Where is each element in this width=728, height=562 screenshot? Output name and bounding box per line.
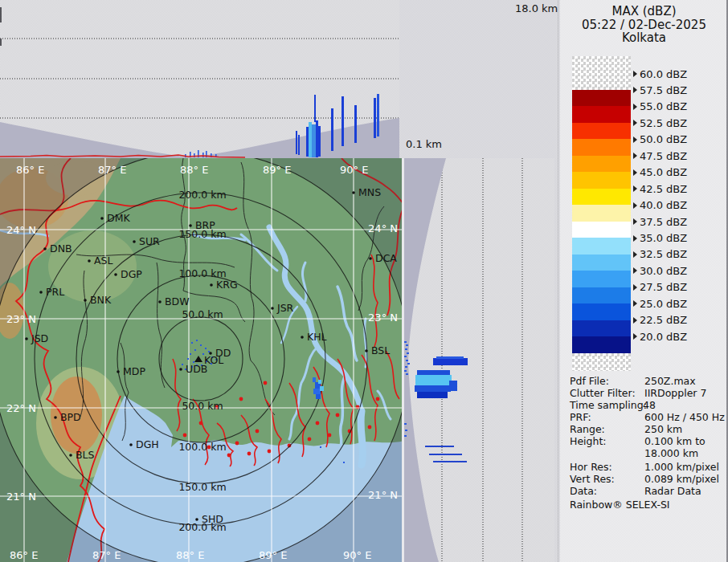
station-label: DCA (375, 252, 397, 264)
echo-patch (316, 394, 321, 399)
colorbar-band (572, 156, 631, 173)
product-datetime: 05:22 / 02-Dec-2025 (560, 18, 728, 32)
legend-tick-icon (633, 169, 637, 176)
echo-bar (377, 94, 379, 136)
legend-entry: 52.5 dBZ (633, 116, 687, 129)
top-profile-plot (0, 0, 399, 158)
legend-entry-label: 25.0 dBZ (640, 298, 687, 310)
station-label: KRG (216, 279, 238, 291)
metadata-value: Radar Data (644, 485, 701, 497)
clipped-axis-text (0, 7, 2, 22)
legend-entry: 42.5 dBZ (633, 182, 687, 195)
echo-speck (205, 348, 207, 349)
legend-tick-icon (633, 71, 637, 77)
metadata-label: Hor Res: (570, 461, 612, 473)
echo-patch (320, 386, 324, 391)
echo-speck (404, 370, 407, 372)
station-dot (129, 443, 133, 446)
legend-entry: 40.0 dBZ (633, 199, 687, 212)
legend-entry: 57.5 dBZ (633, 83, 687, 96)
station-label: PRL (46, 286, 64, 298)
longitude-label: 87° E (92, 549, 121, 561)
legend-entry-label: 42.5 dBZ (640, 183, 687, 195)
longitude-label: 90° E (340, 164, 368, 176)
echo-bar (342, 96, 344, 146)
echo-speck (191, 342, 193, 344)
echo-bar (354, 105, 357, 143)
colorbar-band (572, 106, 631, 123)
latitude-label: 21° N (368, 489, 398, 501)
legend-entry: 20.0 dBZ (633, 330, 687, 343)
metadata-value: 600 Hz / 450 Hz (644, 411, 725, 423)
legend-panel: MAX (dBZ) 05:22 / 02-Dec-2025 Kolkata 60… (560, 0, 728, 562)
colorbar-band (572, 189, 631, 206)
station-label: DGP (121, 268, 142, 280)
station-label: DMK (107, 212, 130, 224)
colorbar-band (572, 90, 631, 107)
ring-label: 100.0 km (178, 267, 226, 279)
longitude-label: 89° E (259, 549, 287, 561)
colorbar-band (572, 222, 631, 238)
ring-label: 200.0 km (178, 189, 226, 201)
echo-bar (306, 127, 309, 157)
station-label: MDP (123, 365, 145, 377)
longitude-label: 86° E (16, 164, 44, 176)
legend-tick-icon (633, 120, 637, 126)
right-profile-plot (404, 158, 554, 562)
ring-label: 50.0 km (182, 400, 223, 412)
height-axis-max-label: 18.0 km (515, 2, 558, 14)
colorbar-band (572, 303, 631, 320)
legend-tick-icon (633, 104, 637, 110)
station-dot (158, 300, 162, 303)
echo-speck (196, 340, 198, 341)
echo-speck (405, 430, 407, 431)
metadata-label: Pdf File: (570, 375, 609, 387)
echo-speck (406, 344, 408, 346)
station-dot (69, 454, 72, 457)
legend-entry: 47.5 dBZ (633, 149, 687, 162)
colorbar-band (572, 336, 631, 353)
colorbar-band (572, 271, 631, 287)
echo-bar (417, 370, 450, 376)
station-label: ASL (94, 255, 112, 267)
echo-speck (407, 352, 409, 354)
station-label: BDW (165, 295, 190, 307)
radar-site-label: KOL (204, 354, 223, 366)
legend-entry: 50.0 dBZ (633, 133, 687, 146)
echo-speck (194, 349, 196, 351)
radar-map-canvas: 200.0 km150.0 km100.0 km50.0 km50.0 km10… (0, 158, 404, 562)
legend-tick-icon (633, 251, 637, 258)
legend-entry-label: 22.5 dBZ (640, 314, 687, 326)
legend-entry-label: 35.0 dBZ (640, 232, 687, 244)
station-dot (43, 247, 47, 250)
legend-entry-label: 50.0 dBZ (640, 133, 687, 145)
colorbar-band-transparent (572, 56, 631, 90)
echo-speck (200, 344, 202, 346)
station-label: MNS (358, 186, 381, 198)
station-dot (39, 291, 43, 294)
station-label: DGH (136, 438, 159, 450)
legend-entry-label: 37.5 dBZ (640, 216, 687, 228)
legend-entry-label: 30.0 dBZ (640, 265, 687, 277)
right-height-profile-panel (404, 158, 554, 562)
radar-map[interactable]: 200.0 km150.0 km100.0 km50.0 km50.0 km10… (0, 158, 404, 562)
legend-entry-label: 27.5 dBZ (640, 281, 687, 293)
colorbar-band (572, 172, 631, 189)
echo-bar (331, 108, 333, 151)
echo-bar (312, 124, 316, 157)
echo-speck (404, 341, 407, 343)
colorbar-band (572, 139, 631, 156)
metadata-label: Vert Res: (570, 473, 615, 485)
echo-speck (190, 353, 191, 355)
legend-tick-icon (633, 300, 637, 307)
echo-speck (343, 462, 345, 463)
station-label: JSR (276, 302, 294, 314)
echo-bar (316, 120, 318, 157)
metadata-value: 0.100 km to (644, 435, 706, 447)
echo-bar (415, 375, 452, 385)
station-label: BNK (90, 294, 112, 306)
metadata-label: Data: (570, 485, 597, 497)
legend-entry: 55.0 dBZ (633, 100, 687, 113)
legend-tick-icon (633, 218, 637, 225)
colorbar-band (572, 320, 631, 337)
